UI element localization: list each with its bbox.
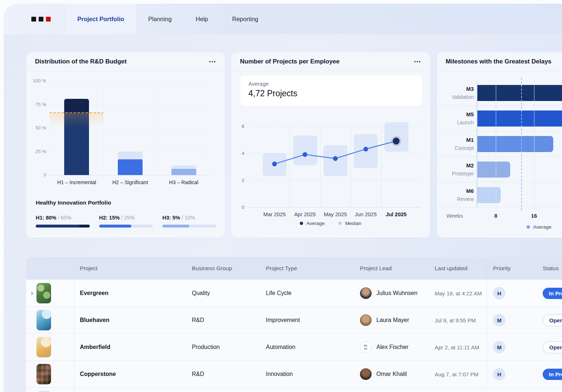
- card-projects-per-employee: Number of Projects per Employee ••• Aver…: [231, 52, 430, 238]
- priority-badge: M: [493, 341, 505, 353]
- milestone-bar: [477, 136, 553, 152]
- column-header-project-type: Project Type: [266, 265, 360, 272]
- table-row[interactable]: BluehavenR&DImprovementLaura MayerJul 9,…: [26, 307, 562, 334]
- budget-legend-title: Healthy Innovation Portfolio: [36, 199, 216, 206]
- project-lead-cell: Julius Wuhnsen: [360, 287, 435, 299]
- avatar: [360, 287, 372, 299]
- budget-legend: Healthy Innovation Portfolio H1: 80% / 6…: [36, 199, 216, 228]
- project-thumbnail: [36, 310, 51, 330]
- milestone-row: M6Review: [437, 182, 562, 208]
- avatar: ALFI: [360, 341, 372, 353]
- project-name: Amberfield: [75, 344, 192, 350]
- x-axis-label: H2 – Significant: [104, 179, 157, 185]
- legend-label: Median: [345, 221, 361, 226]
- priority-cell: M: [487, 307, 537, 334]
- progress-fill: [162, 225, 189, 228]
- legend-item: Average: [300, 221, 325, 226]
- more-menu-icon[interactable]: •••: [414, 59, 421, 64]
- column-header-priority: Priority: [487, 257, 537, 280]
- gridline: [534, 80, 535, 208]
- tab-project-portfolio[interactable]: Project Portfolio: [65, 4, 136, 34]
- last-updated-cell: Apr 2, at 11:11 AM: [435, 344, 487, 350]
- card-milestones-title: Milestones with the Greatest Delays: [446, 58, 551, 65]
- x-axis-labels: Mar 2025Apr 2025May 2025Jun 2025Jul 2025: [259, 211, 411, 217]
- x-axis-labels: H1 – IncrementalH2 – SignificantH3 – Rad…: [50, 179, 210, 185]
- table-row[interactable]: CopperstoneR&DInnovationOmar KhalilAug 7…: [26, 361, 562, 388]
- column-header-project: Project: [75, 265, 192, 272]
- project-name: Bluehaven: [75, 317, 192, 323]
- line-chart-legend: AverageMedian: [231, 221, 430, 226]
- milestone-code: M3: [437, 85, 474, 93]
- status-badge: Open: [543, 341, 562, 353]
- bar-group: [157, 81, 210, 175]
- milestone-label: M1Concept: [437, 136, 474, 152]
- column-header-business-group: Business Group: [192, 265, 266, 272]
- x-axis-label: May 2025: [320, 211, 350, 217]
- tab-reporting[interactable]: Reporting: [220, 4, 271, 34]
- y-axis-tick: 0: [239, 205, 244, 210]
- project-lead-cell: ALFIAlex Fischer: [360, 341, 435, 353]
- status-badge: Open: [543, 314, 562, 326]
- average-value: 4,72 Projects: [248, 89, 414, 98]
- priority-cell: M: [487, 334, 537, 361]
- table-row[interactable]: [26, 388, 562, 392]
- column-header-last-updated: Last updated: [435, 265, 487, 272]
- milestone-label: M5Launch: [437, 110, 474, 127]
- project-thumbnail: [36, 337, 51, 357]
- thumbnail-cell: [26, 307, 75, 334]
- legend-dot: [338, 222, 342, 225]
- table-row[interactable]: AmberfieldProductionAutomationALFIAlex F…: [26, 334, 562, 361]
- app-logo[interactable]: [31, 4, 51, 34]
- progress-segment: [36, 225, 80, 228]
- avatar: [360, 314, 372, 326]
- x-axis-tick: 16: [531, 213, 537, 219]
- y-axis-tick: 75 %: [26, 102, 46, 107]
- milestone-bar: [477, 187, 501, 203]
- average-line-series: [259, 123, 411, 207]
- tab-planning[interactable]: Planning: [136, 4, 183, 34]
- app-window: Project PortfolioPlanningHelpReporting D…: [4, 4, 562, 392]
- x-axis-label: Jul 2025: [381, 211, 411, 217]
- milestone-name: Concept: [455, 145, 474, 151]
- status-cell: In Progress: [537, 369, 562, 380]
- legend-target-value: / 25%: [120, 215, 135, 221]
- chevron-right-icon[interactable]: ›: [31, 289, 33, 297]
- status-cell: Open: [537, 341, 562, 353]
- card-budget: Distribution of the R&D Budget ••• 100 %…: [26, 52, 225, 238]
- legend-dot: [527, 225, 530, 229]
- x-axis-tick: 8: [494, 213, 497, 219]
- project-lead-cell: Laura Mayer: [360, 314, 435, 326]
- x-axis-title: Weeks: [446, 213, 463, 219]
- legend-progress-bar: [162, 225, 216, 228]
- business-group-cell: Quality: [192, 290, 266, 296]
- budget-legend-label: H1: 80% / 65%: [36, 215, 90, 221]
- project-lead-cell: Omar Khalil: [360, 368, 435, 380]
- gridline: [496, 80, 496, 208]
- project-name: Evergreen: [75, 290, 192, 296]
- avatar-initials: FI: [364, 347, 367, 350]
- budget-legend-label: H2: 15% / 25%: [99, 215, 153, 221]
- lead-name: Julius Wuhnsen: [376, 290, 418, 296]
- x-axis-label: Mar 2025: [259, 211, 290, 217]
- table-row[interactable]: ›EvergreenQualityLife CycleJulius Wuhnse…: [26, 280, 562, 307]
- more-menu-icon[interactable]: •••: [209, 59, 216, 64]
- x-axis-label: Jun 2025: [350, 211, 381, 217]
- milestone-code: M6: [437, 187, 474, 195]
- progress-segment: [80, 225, 90, 228]
- project-thumbnail: [36, 283, 51, 303]
- milestone-row: M3Validation: [437, 80, 562, 106]
- card-ppe-title: Number of Projects per Employee: [240, 58, 340, 65]
- milestones-bar-chart: M3ValidationM5LaunchM1ConceptM2Prototype…: [437, 80, 562, 208]
- y-axis-tick: 25 %: [26, 149, 46, 154]
- progress-fill: [99, 225, 132, 228]
- status-badge: In Progress: [543, 288, 562, 299]
- legend-dot: [300, 222, 303, 225]
- milestone-bar: [477, 162, 510, 178]
- tab-help[interactable]: Help: [184, 4, 220, 34]
- x-axis-label: H3 – Radical: [157, 179, 210, 185]
- milestone-bar: [477, 85, 562, 101]
- legend-target-value: / 10%: [180, 215, 195, 221]
- legend-label: Average: [533, 224, 551, 230]
- budget-legend-label: H3: 5% / 10%: [162, 215, 216, 221]
- data-point: [272, 162, 277, 166]
